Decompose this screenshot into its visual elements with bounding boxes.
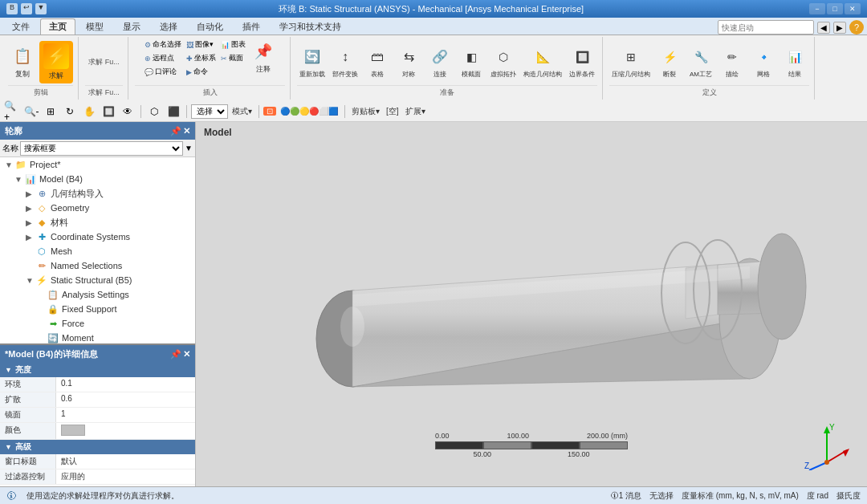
- space-label[interactable]: [空]: [384, 106, 401, 117]
- zoom-fit-btn[interactable]: ⊞: [42, 104, 59, 120]
- tab-home[interactable]: 主页: [40, 18, 75, 35]
- zoom-area-btn[interactable]: 🔲: [100, 104, 117, 120]
- detail-pin-button[interactable]: 📌: [170, 349, 181, 360]
- construct-geom-button[interactable]: 📐 构造几何结构: [521, 44, 564, 80]
- annotation-button[interactable]: 📌 注释: [249, 39, 278, 76]
- tab-select[interactable]: 选择: [151, 18, 186, 35]
- tree-item-analysis-settings[interactable]: ▶ 📋 Analysis Settings: [0, 287, 195, 302]
- outline-pin-button[interactable]: 📌: [170, 126, 181, 136]
- tree-icon-mesh: ⬡: [35, 245, 48, 258]
- detail-value-diffuse[interactable]: 0.6: [56, 392, 195, 407]
- detail-label-ambient: 环境: [0, 377, 56, 392]
- table-button[interactable]: 🗃 表格: [363, 44, 392, 80]
- am-button[interactable]: 🔧 AM工艺: [686, 44, 715, 80]
- command-button[interactable]: ▶ 命令: [185, 66, 218, 78]
- tree-icon-named-sel: ✏: [35, 259, 48, 272]
- pan-btn[interactable]: ✋: [80, 104, 98, 120]
- shaded-btn[interactable]: ⬛: [165, 104, 182, 120]
- expand-label[interactable]: 扩展▾: [403, 106, 428, 117]
- app-icons: B ↩ ▼: [6, 3, 47, 14]
- tree-item-force[interactable]: ▶ ➡ Force: [0, 316, 195, 331]
- tab-learn[interactable]: 学习和技术支持: [271, 18, 350, 35]
- help-button[interactable]: ?: [849, 20, 864, 35]
- reload-icon: 🔄: [301, 46, 324, 68]
- viewport[interactable]: 0.00 100.00 200.00 (mm) 50.00 150.00: [196, 122, 867, 486]
- mesh-button[interactable]: 🔹 网格: [749, 44, 778, 80]
- detail-value-ambient[interactable]: 0.1: [56, 377, 195, 392]
- minimize-button[interactable]: −: [809, 3, 825, 14]
- tree-item-material[interactable]: ▶ ◆ 材料: [0, 215, 195, 230]
- scale-bar: 0.00 100.00 200.00 (mm) 50.00 150.00: [435, 432, 628, 458]
- section-button[interactable]: ✂ 截面: [219, 52, 247, 64]
- app-icon-3[interactable]: ▼: [35, 3, 47, 14]
- app-icon-2[interactable]: ↩: [21, 3, 32, 14]
- rotate-btn[interactable]: ↻: [61, 104, 79, 120]
- detail-value-color[interactable]: [56, 423, 195, 439]
- detail-value-window-title[interactable]: 默认: [56, 454, 195, 469]
- boundary-button[interactable]: 🔲 边界条件: [567, 44, 597, 80]
- tree-item-model[interactable]: ▼ 📊 Model (B4): [0, 172, 195, 186]
- search-input[interactable]: [718, 20, 814, 35]
- detail-advanced-header[interactable]: ▼ 高级: [0, 440, 195, 454]
- tree-item-coord-sys[interactable]: ▶ ✚ Coordinate Systems: [0, 230, 195, 244]
- zoom-out-btn[interactable]: 🔍-: [22, 104, 40, 120]
- view-btn[interactable]: 👁: [119, 104, 136, 120]
- virtual-topo-button[interactable]: ⬡ 虚拟拓扑: [488, 44, 519, 80]
- tree-item-project[interactable]: ▼ 📁 Project*: [0, 157, 195, 172]
- outline-close-button[interactable]: ✕: [183, 126, 190, 136]
- tree-item-static-struct[interactable]: ▼ ⚡ Static Structural (B5): [0, 273, 195, 287]
- tree-arrow-project: ▼: [5, 161, 14, 169]
- results-button[interactable]: 📊 结果: [780, 44, 809, 80]
- fracture-button[interactable]: ⚡ 断裂: [655, 44, 684, 80]
- select-filter[interactable]: 选择: [191, 104, 228, 119]
- main-area: Model: [196, 122, 867, 486]
- detail-label-specular: 镜面: [0, 408, 56, 422]
- search-prev-button[interactable]: ◀: [817, 22, 830, 34]
- tree-item-fixed-support[interactable]: ▶ 🔒 Fixed Support: [0, 302, 195, 316]
- compress-geom-button[interactable]: ⊞ 压缩几何结构: [609, 44, 653, 80]
- model-section-button[interactable]: ◧ 模截面: [457, 44, 486, 80]
- tree-item-mesh[interactable]: ▶ ⬡ Mesh: [0, 244, 195, 258]
- tab-auto[interactable]: 自动化: [188, 18, 232, 35]
- search-next-button[interactable]: ▶: [833, 22, 846, 34]
- detail-value-filter[interactable]: 应用的: [56, 469, 195, 484]
- outline-filter-select[interactable]: 搜索框要: [20, 141, 183, 156]
- tree-item-geometry[interactable]: ▶ ◇ Geometry: [0, 201, 195, 215]
- comment-icon: 💬: [144, 68, 153, 76]
- restore-button[interactable]: □: [827, 3, 843, 14]
- tab-file[interactable]: 文件: [3, 18, 39, 35]
- tree-item-moment[interactable]: ▶ 🔄 Moment: [0, 331, 195, 343]
- clipboard-label[interactable]: 剪贴板▾: [349, 106, 382, 117]
- comment-button[interactable]: 💬 口评论: [143, 66, 183, 78]
- symmetry-button[interactable]: ⇆ 对称: [394, 44, 423, 80]
- detail-value-specular[interactable]: 1: [56, 408, 195, 422]
- tab-plugins[interactable]: 插件: [234, 18, 269, 35]
- zoom-in-btn[interactable]: 🔍+: [3, 104, 21, 120]
- detail-label-window-title: 窗口标题: [0, 454, 56, 469]
- named-selection-button[interactable]: ⚙ 命名选择: [143, 39, 183, 51]
- outline-filter-arrow[interactable]: ▼: [185, 144, 193, 152]
- describe-button[interactable]: ✏ 描绘: [718, 44, 747, 80]
- tab-model[interactable]: 模型: [77, 18, 112, 35]
- reload-button[interactable]: 🔄 重新加载: [297, 44, 328, 80]
- connect-button[interactable]: 🔗 连接: [425, 44, 454, 80]
- image-button[interactable]: 🖼 图像▾: [185, 39, 218, 51]
- detail-close-button[interactable]: ✕: [183, 349, 190, 360]
- ribbon-group-solve-items: 求解 Fu...: [85, 39, 123, 85]
- close-button[interactable]: ✕: [845, 3, 861, 14]
- solve-button[interactable]: ⚡ 求解: [39, 41, 73, 83]
- coord-button[interactable]: ✚ 坐标系: [185, 52, 218, 64]
- copy-button[interactable]: 📋 复制: [8, 43, 37, 81]
- color-swatch[interactable]: [61, 425, 85, 436]
- solve-icon: ⚡: [43, 43, 69, 69]
- remote-point-button[interactable]: ⊕ 远程点: [143, 52, 183, 64]
- detail-brightness-header[interactable]: ▼ 亮度: [0, 363, 195, 377]
- tab-display[interactable]: 显示: [114, 18, 149, 35]
- tree-label-geometry: Geometry: [51, 203, 89, 213]
- tree-item-geom-import[interactable]: ▶ ⊕ 几何结构导入: [0, 186, 195, 201]
- part-transform-button[interactable]: ↕ 部件变换: [330, 44, 360, 80]
- tree-item-named-sel[interactable]: ▶ ✏ Named Selections: [0, 258, 195, 273]
- chart-button[interactable]: 📊 图表: [219, 39, 247, 51]
- mode-label[interactable]: 模式▾: [230, 106, 254, 117]
- wireframe-btn[interactable]: ⬡: [145, 104, 163, 120]
